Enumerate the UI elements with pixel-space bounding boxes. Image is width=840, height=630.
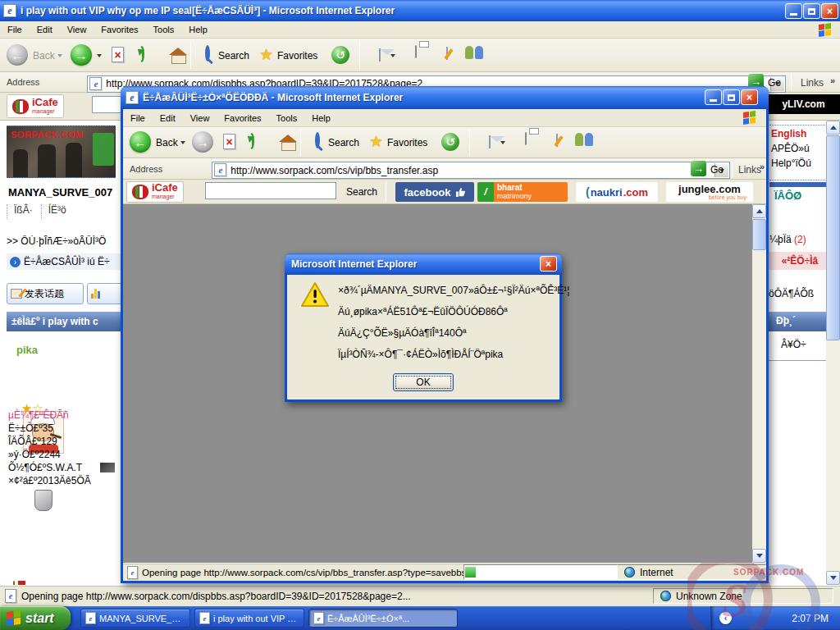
taskbar-task-manya[interactable]: e MANYA_SURVE_007... (80, 609, 190, 628)
history-icon[interactable]: ↺ (441, 133, 459, 151)
back-icon[interactable]: ← (130, 131, 151, 153)
maximize-button[interactable] (803, 3, 820, 19)
maximize-button[interactable] (723, 89, 740, 105)
forward-icon[interactable]: → (71, 44, 92, 66)
refresh-icon[interactable] (139, 46, 144, 62)
download-link[interactable]: ÏÂÔØ (774, 189, 801, 202)
menu-tools[interactable]: Tools (269, 111, 305, 126)
inner-titlebar[interactable]: e Ë÷ÅæÂÛÌ³Ë÷±Ò×ªÕËÖÐÐÄ - Microsoft Inter… (121, 86, 769, 109)
tray-collapse-icon[interactable]: ‹ (719, 612, 732, 624)
minimize-button[interactable] (785, 3, 802, 19)
icafe-search-button[interactable]: Search (346, 186, 377, 198)
inner-address-input[interactable] (212, 162, 729, 178)
scrollbar-thumb[interactable] (752, 219, 766, 250)
mail-icon[interactable] (489, 135, 491, 148)
mail-icon[interactable] (379, 48, 381, 62)
close-button[interactable]: × (821, 3, 838, 19)
menu-file[interactable]: File (0, 22, 30, 37)
outer-titlebar[interactable]: e i play with out VIP why op me IP seal[… (0, 0, 840, 21)
post-topic-button[interactable]: 发表话题 (7, 283, 84, 304)
tab-logout[interactable]: ÍË³ö (41, 204, 73, 219)
back-dropdown-icon[interactable] (57, 54, 62, 57)
edit-icon[interactable] (556, 134, 558, 147)
menu-help[interactable]: Help (181, 22, 215, 37)
search-label[interactable]: Search (218, 50, 249, 62)
refresh-icon[interactable] (249, 133, 254, 149)
scroll-up-icon[interactable] (826, 121, 840, 135)
search-icon[interactable] (205, 45, 210, 62)
mail-dropdown-icon[interactable] (390, 54, 395, 57)
poster-name[interactable]: pika (16, 344, 38, 356)
hot-topic-button[interactable]: «²ÊÖ÷Ìâ (769, 252, 831, 270)
outer-page-scrollbar[interactable] (826, 121, 840, 585)
inner-page-scrollbar[interactable] (752, 204, 766, 563)
links-chevron-icon[interactable]: » (760, 162, 765, 171)
tab-line[interactable]: ÏßÂ· (7, 204, 39, 219)
links-label[interactable]: Links (801, 77, 824, 89)
forward-icon[interactable]: → (192, 131, 213, 153)
start-button[interactable]: start (0, 606, 71, 630)
menu-file[interactable]: File (123, 111, 153, 126)
menu-edit[interactable]: Edit (153, 111, 183, 126)
mail-dropdown-icon[interactable] (500, 141, 505, 144)
go-label[interactable]: Go (710, 164, 724, 176)
icafe-logo[interactable]: iCafemanager (7, 94, 64, 118)
clock[interactable]: 2:07 PM (792, 613, 832, 624)
scrollbar-thumb[interactable] (826, 135, 840, 340)
scroll-up-icon[interactable] (752, 204, 766, 218)
back-icon[interactable]: ← (7, 44, 28, 66)
taskbar-task-iplay[interactable]: e i play with out VIP wh... (194, 609, 304, 628)
menu-tools[interactable]: Tools (146, 22, 182, 37)
favorites-icon[interactable]: ★ (259, 47, 273, 62)
back-label[interactable]: Back (33, 50, 55, 62)
go-icon[interactable]: → (691, 161, 706, 176)
scroll-down-icon[interactable] (826, 571, 840, 585)
go-label[interactable]: Go (768, 77, 781, 89)
favorites-label[interactable]: Favorites (387, 137, 427, 148)
menu-view[interactable]: View (183, 111, 217, 126)
icafe-search-input[interactable] (206, 183, 336, 199)
scroll-down-icon[interactable] (752, 549, 766, 563)
links-chevron-icon[interactable]: » (830, 75, 835, 85)
icafe-search-field[interactable] (205, 182, 336, 199)
ok-button[interactable]: OK (393, 373, 454, 391)
forward-dropdown-icon[interactable] (97, 54, 102, 57)
search-label[interactable]: Search (328, 137, 359, 148)
naukri-brand-button[interactable]: ( naukri .com (576, 182, 658, 202)
taskbar-task-transfer[interactable]: e Ë÷ÅæÂÛÌ³Ë÷±Ò×ª... (308, 609, 458, 628)
english-link[interactable]: English (769, 126, 829, 141)
print-icon[interactable] (415, 45, 417, 58)
search-icon[interactable] (315, 132, 320, 148)
back-label[interactable]: Back (156, 137, 178, 148)
links-label[interactable]: Links (738, 164, 761, 176)
dialog-titlebar[interactable]: Microsoft Internet Explorer × (285, 253, 562, 275)
facebook-brand-button[interactable]: facebook (395, 182, 474, 202)
reply-header[interactable]: Ðþ¸´ (776, 315, 796, 326)
menu-help[interactable]: Help (304, 111, 338, 126)
icafe-logo[interactable]: iCafemanager (126, 181, 184, 203)
bharat-matrimony-brand-button[interactable]: / bharat matrimony (477, 182, 568, 202)
menu-favorites[interactable]: Favorites (217, 111, 268, 126)
help-link[interactable]: Help°ïÖú (769, 156, 829, 171)
print-icon[interactable] (525, 132, 527, 145)
edit-icon[interactable] (446, 47, 448, 60)
sorpack-banner-image[interactable]: SORPACK.COM (7, 126, 116, 178)
breadcrumb-text[interactable]: Ë÷ÅæCSÂÛÌ³ iú Ë÷ (24, 256, 110, 267)
favorites-label[interactable]: Favorites (277, 50, 317, 62)
stop-icon[interactable]: × (112, 47, 124, 62)
close-button[interactable]: × (741, 89, 758, 105)
favorites-icon[interactable]: ★ (369, 134, 383, 149)
back-dropdown-icon[interactable] (180, 141, 185, 144)
mailbox-link[interactable]: ¼þÏä (2) (769, 234, 806, 245)
menu-edit[interactable]: Edit (30, 22, 60, 37)
inner-address-field[interactable]: e (212, 162, 730, 179)
stop-icon[interactable]: × (223, 134, 235, 149)
history-icon[interactable]: ↺ (331, 46, 349, 64)
dialog-close-button[interactable]: × (540, 256, 557, 272)
minimize-button[interactable] (705, 89, 722, 105)
junglee-brand-button[interactable]: junglee.com before you buy (666, 182, 753, 202)
wap-link[interactable]: APÊÖ»ú (769, 141, 829, 156)
menu-favorites[interactable]: Favorites (94, 22, 145, 37)
myliv-brand-button[interactable]: yLIV.com (767, 94, 840, 114)
menu-view[interactable]: View (60, 22, 94, 37)
